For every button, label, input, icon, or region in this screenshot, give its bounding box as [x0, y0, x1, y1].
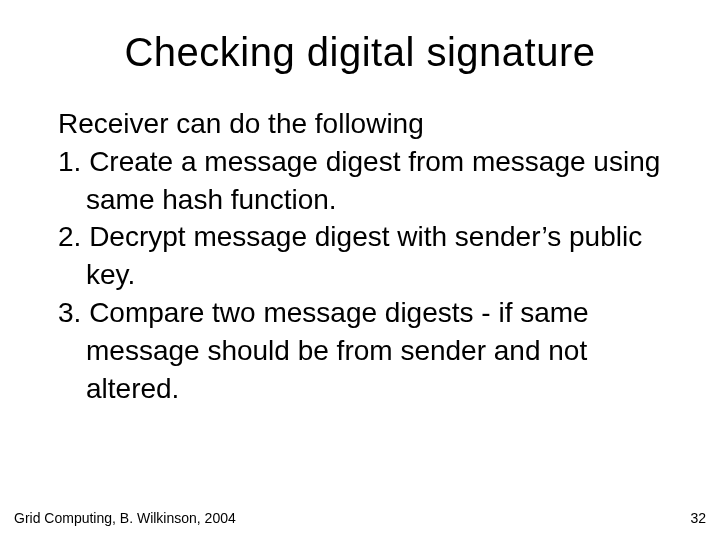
list-item: 1. Create a message digest from message … — [58, 143, 662, 219]
slide-content: Receiver can do the following 1. Create … — [58, 105, 662, 520]
intro-text: Receiver can do the following — [58, 105, 662, 143]
slide-container: Checking digital signature Receiver can … — [0, 0, 720, 540]
page-number: 32 — [690, 510, 706, 526]
slide-footer: Grid Computing, B. Wilkinson, 2004 32 — [14, 510, 706, 526]
list-item: 2. Decrypt message digest with sender’s … — [58, 218, 662, 294]
footer-attribution: Grid Computing, B. Wilkinson, 2004 — [14, 510, 236, 526]
list-item: 3. Compare two message digests - if same… — [58, 294, 662, 407]
slide-title: Checking digital signature — [58, 30, 662, 75]
